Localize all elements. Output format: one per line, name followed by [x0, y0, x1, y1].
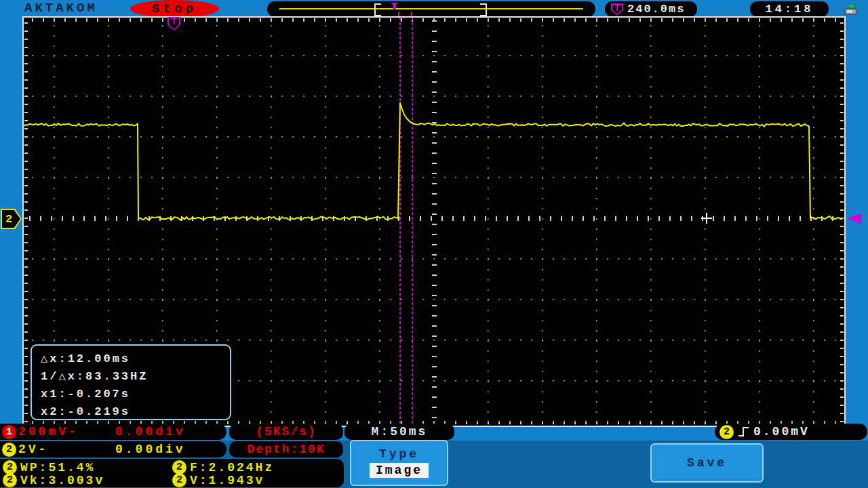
meas-ch-badge: 2 — [3, 473, 17, 487]
meas-ch-badge: 2 — [172, 460, 186, 474]
cursor-readout-box: △x:12.00ms 1/△x:83.33HZ x1:-0.207s x2:-0… — [31, 344, 231, 420]
measurement-f: 2 F:2.024Hz — [172, 460, 274, 474]
run-state-indicator: Stop — [130, 0, 219, 18]
trigger-source-badge: 2 — [719, 425, 734, 439]
view-window-bracket-left[interactable] — [374, 3, 381, 16]
brand-logo: AKTAKOM — [24, 1, 98, 16]
ch2-waveform-trace — [24, 103, 842, 220]
ch1-scale: 200mV- — [18, 425, 79, 439]
sample-rate-readout: (5KS/s) — [229, 424, 343, 440]
ch1-badge: 1 — [2, 425, 16, 439]
ch2-badge: 2 — [2, 443, 16, 457]
record-position-bar[interactable]: T — [267, 1, 595, 17]
run-state-label: Stop — [152, 2, 197, 16]
ch1-offset: 0.00div — [115, 425, 186, 439]
clock-value: 14:18 — [765, 3, 813, 16]
measurement-wp: 2 WP:51.4% — [3, 460, 95, 474]
ch2-offset: 0.00div — [115, 443, 186, 456]
trigger-horizontal-badge[interactable]: T — [167, 17, 180, 30]
trigger-level-arrow[interactable] — [847, 213, 861, 224]
trigger-level-value: 0.00mV — [753, 425, 810, 439]
save-button[interactable]: Save — [650, 443, 764, 483]
timebase-readout: M:50ms — [344, 424, 454, 440]
measurement-vk: 2 Vk:3.003v — [3, 473, 104, 487]
measurement-v: 2 V:1.943v — [172, 473, 264, 487]
trigger-t-icon: T — [611, 3, 623, 16]
cursor-inv-dx: 1/△x:83.33HZ — [41, 368, 230, 386]
save-button-label: Save — [687, 456, 727, 470]
trigger-position-marker-top[interactable]: T — [391, 2, 397, 12]
clock: 14:18 — [750, 1, 829, 17]
meas-ch-badge: 2 — [172, 473, 186, 487]
view-window-bracket-right[interactable] — [480, 3, 487, 16]
cursor-dx: △x:12.00ms — [41, 350, 230, 368]
trigger-time-value: 240.0ms — [627, 3, 685, 16]
cursor-x2: x2:-0.219s — [41, 403, 230, 421]
ch2-scale: 2V- — [18, 443, 48, 456]
cursor-x1: x1:-0.207s — [41, 386, 230, 403]
usb-storage-icon — [841, 1, 860, 16]
type-button-value[interactable]: Image — [370, 463, 429, 478]
oscilloscope-screen: AKTAKOM Stop T T 240.0ms 14:18 T 2 — [0, 0, 868, 488]
ch2-zero-marker[interactable]: 2 — [1, 209, 22, 229]
trigger-level-readout: 2 0.00mV — [715, 424, 867, 440]
ch1-readout: 1 200mV- 0.00div — [0, 424, 226, 440]
trigger-time-readout: T 240.0ms — [605, 1, 697, 17]
memory-depth-readout: Depth:10K — [229, 441, 343, 458]
measurements-panel: 2 WP:51.4% 2 F:2.024Hz 2 Vk:3.003v 2 V:1… — [0, 459, 344, 487]
meas-ch-badge: 2 — [3, 460, 17, 474]
type-button-label: Type — [379, 447, 419, 461]
ch2-readout: 2 2V- 0.00div — [0, 441, 226, 458]
record-waveform-line — [279, 8, 583, 9]
type-button[interactable]: Type Image — [350, 440, 448, 486]
rising-edge-icon — [737, 425, 751, 439]
